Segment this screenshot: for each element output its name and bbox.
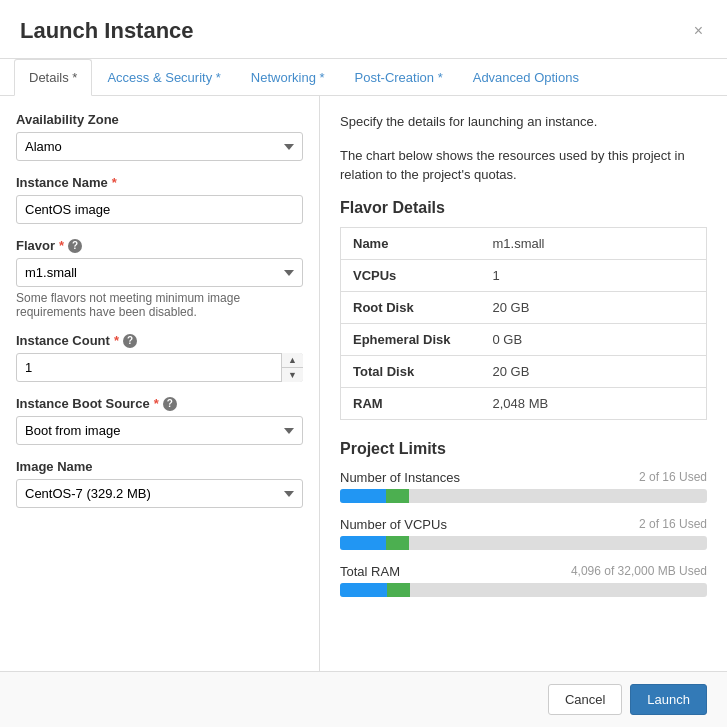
limit-value: 2 of 16 Used: [639, 470, 707, 485]
flavor-key: VCPUs: [341, 259, 481, 291]
stepper-buttons: ▲ ▼: [281, 353, 303, 382]
left-panel: Availability Zone Alamo Instance Name * …: [0, 96, 320, 671]
flavor-group: Flavor * ? m1.small Some flavors not mee…: [16, 238, 303, 319]
right-panel: Specify the details for launching an ins…: [320, 96, 727, 671]
stepper-up-button[interactable]: ▲: [282, 353, 303, 368]
instance-name-input[interactable]: [16, 195, 303, 224]
tab-advanced-options[interactable]: Advanced Options: [458, 59, 594, 96]
flavor-value: 20 GB: [481, 355, 707, 387]
flavor-label: Flavor * ?: [16, 238, 303, 253]
modal-body: Availability Zone Alamo Instance Name * …: [0, 96, 727, 671]
tab-bar: Details * Access & Security * Networking…: [0, 59, 727, 96]
limit-label: Number of VCPUs: [340, 517, 447, 532]
availability-zone-group: Availability Zone Alamo: [16, 112, 303, 161]
flavor-key: Root Disk: [341, 291, 481, 323]
progress-new: [386, 536, 409, 550]
progress-track: [340, 536, 707, 550]
flavor-required: *: [59, 238, 64, 253]
progress-new: [386, 489, 409, 503]
flavor-key: Ephemeral Disk: [341, 323, 481, 355]
boot-source-group: Instance Boot Source * ? Boot from image: [16, 396, 303, 445]
image-name-label: Image Name: [16, 459, 303, 474]
boot-source-label: Instance Boot Source * ?: [16, 396, 303, 411]
flavor-key: RAM: [341, 387, 481, 419]
tab-networking[interactable]: Networking *: [236, 59, 340, 96]
flavor-key: Name: [341, 227, 481, 259]
cancel-button[interactable]: Cancel: [548, 684, 622, 715]
limit-row: Number of VCPUs 2 of 16 Used: [340, 517, 707, 550]
tab-post-creation[interactable]: Post-Creation *: [340, 59, 458, 96]
description-line2: The chart below shows the resources used…: [340, 146, 707, 185]
modal-title: Launch Instance: [20, 18, 194, 44]
flavor-value: m1.small: [481, 227, 707, 259]
availability-zone-select[interactable]: Alamo: [16, 132, 303, 161]
image-name-group: Image Name CentOS-7 (329.2 MB): [16, 459, 303, 508]
limit-label: Total RAM: [340, 564, 400, 579]
flavor-value: 0 GB: [481, 323, 707, 355]
flavor-key: Total Disk: [341, 355, 481, 387]
flavor-table-row: VCPUs1: [341, 259, 707, 291]
instance-count-group: Instance Count * ? ▲ ▼: [16, 333, 303, 382]
limit-value: 4,096 of 32,000 MB Used: [571, 564, 707, 579]
instance-count-help-icon[interactable]: ?: [123, 334, 137, 348]
stepper-down-button[interactable]: ▼: [282, 368, 303, 382]
flavor-table-row: Namem1.small: [341, 227, 707, 259]
flavor-table-row: Root Disk20 GB: [341, 291, 707, 323]
limit-header: Number of Instances 2 of 16 Used: [340, 470, 707, 485]
limit-value: 2 of 16 Used: [639, 517, 707, 532]
flavor-value: 20 GB: [481, 291, 707, 323]
instance-name-required: *: [112, 175, 117, 190]
instance-count-input[interactable]: [16, 353, 303, 382]
boot-source-select[interactable]: Boot from image: [16, 416, 303, 445]
limit-header: Total RAM 4,096 of 32,000 MB Used: [340, 564, 707, 579]
tab-details[interactable]: Details *: [14, 59, 92, 96]
limit-row: Number of Instances 2 of 16 Used: [340, 470, 707, 503]
instance-count-stepper: ▲ ▼: [16, 353, 303, 382]
close-button[interactable]: ×: [690, 22, 707, 40]
flavor-value: 1: [481, 259, 707, 291]
flavor-hint: Some flavors not meeting minimum image r…: [16, 291, 303, 319]
progress-track: [340, 489, 707, 503]
boot-source-required: *: [154, 396, 159, 411]
availability-zone-label: Availability Zone: [16, 112, 303, 127]
image-name-select[interactable]: CentOS-7 (329.2 MB): [16, 479, 303, 508]
flavor-table-row: RAM2,048 MB: [341, 387, 707, 419]
flavor-table: Namem1.smallVCPUs1Root Disk20 GBEphemera…: [340, 227, 707, 420]
progress-track: [340, 583, 707, 597]
progress-used: [340, 583, 387, 597]
boot-source-help-icon[interactable]: ?: [163, 397, 177, 411]
description-line1: Specify the details for launching an ins…: [340, 112, 707, 132]
limit-label: Number of Instances: [340, 470, 460, 485]
instance-count-label: Instance Count * ?: [16, 333, 303, 348]
tab-access-security[interactable]: Access & Security *: [92, 59, 235, 96]
limits-container: Number of Instances 2 of 16 Used Number …: [340, 470, 707, 597]
instance-name-label: Instance Name *: [16, 175, 303, 190]
flavor-value: 2,048 MB: [481, 387, 707, 419]
instance-name-group: Instance Name *: [16, 175, 303, 224]
limit-header: Number of VCPUs 2 of 16 Used: [340, 517, 707, 532]
project-limits-title: Project Limits: [340, 440, 707, 458]
progress-used: [340, 489, 386, 503]
progress-used: [340, 536, 386, 550]
flavor-table-row: Total Disk20 GB: [341, 355, 707, 387]
flavor-select[interactable]: m1.small: [16, 258, 303, 287]
flavor-details-title: Flavor Details: [340, 199, 707, 217]
modal-header: Launch Instance ×: [0, 0, 727, 59]
flavor-help-icon[interactable]: ?: [68, 239, 82, 253]
launch-instance-modal: Launch Instance × Details * Access & Sec…: [0, 0, 727, 727]
instance-count-required: *: [114, 333, 119, 348]
flavor-table-row: Ephemeral Disk0 GB: [341, 323, 707, 355]
progress-new: [387, 583, 410, 597]
limit-row: Total RAM 4,096 of 32,000 MB Used: [340, 564, 707, 597]
modal-footer: Cancel Launch: [0, 671, 727, 727]
launch-button[interactable]: Launch: [630, 684, 707, 715]
